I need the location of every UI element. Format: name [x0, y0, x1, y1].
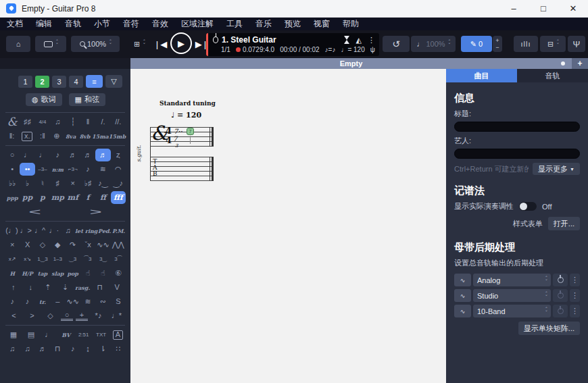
voice-3-button[interactable]: 3 [52, 76, 66, 88]
tempo-display[interactable]: ♩= 120 [341, 46, 364, 53]
natural-harmonic-icon[interactable]: ◇ [35, 238, 50, 251]
minimize-button[interactable]: – [499, 0, 529, 18]
let-ring-icon[interactable]: let ring [75, 224, 97, 237]
time-signature-icon[interactable]: 4/4 [35, 116, 50, 128]
menu-item[interactable]: 预览 [285, 18, 301, 30]
open-stylesheet-button[interactable]: 打开... [548, 217, 580, 230]
hammer-pull-icon[interactable]: H/P [20, 267, 34, 280]
tuplet-icon[interactable]: n:m [50, 163, 65, 176]
capo-stepper[interactable]: + − [493, 36, 502, 52]
slur-icon[interactable]: ‿♪ [111, 177, 126, 190]
home-button[interactable]: ⌂ [6, 36, 30, 52]
chord-table-icon[interactable]: ▤ [22, 328, 40, 341]
menu-item[interactable]: 帮助 [343, 18, 359, 30]
mastering-dropdown-analog[interactable]: Analog ˆˇ [473, 274, 551, 286]
beam-notes-icon[interactable]: ♫ [50, 116, 65, 128]
voice-4-button[interactable]: 4 [69, 76, 83, 88]
dotted-barline-icon[interactable]: ┆ [66, 116, 80, 128]
decrescendo-icon[interactable]: > [17, 205, 130, 218]
slide-from-below-icon[interactable]: ‿3 [66, 253, 80, 265]
dot-icon[interactable]: • [5, 163, 20, 176]
wide-vibrato-icon[interactable]: ⋀⋀ [111, 238, 126, 251]
downstroke-icon[interactable]: ⊓ [91, 281, 109, 294]
flat-icon[interactable]: ♭ [20, 177, 34, 190]
pinch-harmonic-icon[interactable]: ◆ [50, 238, 65, 251]
palm-mute-icon[interactable]: P.M. [112, 224, 126, 237]
dynamic-fff[interactable]: fff [111, 191, 126, 204]
score-area[interactable]: Standard tuning ♩ = 120 & 44 7·· 7 3 7 s… [130, 69, 446, 383]
fermata-icon[interactable]: ◠ [111, 163, 126, 176]
slap-icon[interactable]: slap [50, 267, 65, 280]
mastering-dropdown-studio[interactable]: Studio ˆˇ [473, 289, 551, 302]
tuner-button[interactable]: Ψ [568, 36, 585, 52]
arpeggio-icon[interactable]: ≋ [95, 163, 110, 176]
volume-swell-icon[interactable]: ◇ [41, 309, 59, 322]
whammy-dip-icon[interactable]: ˇx [80, 238, 95, 251]
slot-menu-kebab-icon[interactable]: ⋮ [570, 305, 580, 317]
title-input[interactable] [454, 122, 580, 132]
repeat-slash-icon[interactable]: /. [95, 116, 110, 128]
transpose-toggle[interactable] [519, 202, 537, 211]
power-button[interactable] [553, 289, 568, 302]
multivoice-button[interactable]: ≡ [86, 75, 103, 88]
view-mode-button[interactable]: ˆˇ [35, 36, 66, 52]
metronome-icon[interactable]: ◭ [356, 36, 362, 45]
ghost-note-icon[interactable]: (♩) [5, 224, 19, 237]
show-more-button[interactable]: 显示更多 ▼ [533, 163, 580, 175]
note-cursor[interactable]: 7 [187, 128, 194, 135]
tab-empty[interactable]: Empty [130, 58, 572, 69]
slide-to-above-icon[interactable]: 3⁀ [111, 253, 126, 265]
trill-wave-icon[interactable]: ∿∿ [66, 295, 80, 308]
left-hand-tap-icon[interactable]: ☝ [80, 267, 95, 280]
dynamic-ppp[interactable]: ppp [5, 191, 20, 204]
artist-input[interactable] [454, 149, 580, 159]
menu-item[interactable]: 小节 [94, 18, 110, 30]
play-button[interactable]: ▶ [170, 32, 192, 54]
menu-item[interactable]: 音效 [152, 18, 168, 30]
accidental-combo-icon[interactable]: ♭♯ [80, 177, 95, 190]
track-name[interactable]: 1. Steel Guitar [222, 35, 276, 45]
legato-slide-icon[interactable]: 1‿3 [35, 253, 50, 265]
beam-split-icon[interactable]: ♬ [35, 342, 50, 355]
beam-bracket-icon[interactable]: ⊓ [50, 342, 65, 355]
tied-notes-icon[interactable]: ♫ [61, 224, 75, 237]
menu-item[interactable]: 区域注解 [181, 18, 214, 30]
brush-up-icon[interactable]: ↑ [5, 281, 22, 294]
bend-icon[interactable]: ↷ [66, 238, 80, 251]
tuplet-bracket-icon[interactable]: ⌐3¬ [66, 163, 80, 176]
brush-down-icon[interactable]: ↓ [22, 281, 40, 294]
hammer-on-icon[interactable]: H [5, 267, 20, 280]
pick-scrape-icon[interactable]: + [76, 311, 88, 321]
page-layout-button[interactable]: ⊞ ˆˇ [124, 36, 154, 52]
beam-group-icon[interactable]: ♫ [20, 342, 34, 355]
track-menu-kebab-icon[interactable]: ⋮ [368, 36, 375, 45]
menu-item[interactable]: 工具 [226, 18, 243, 30]
tremolo-icon[interactable]: ≋ [80, 295, 95, 308]
sixtyfourth-note-icon[interactable]: ♬ [95, 149, 110, 161]
ottava-alta-icon[interactable]: 8va [64, 130, 78, 143]
slot-menu-kebab-icon[interactable]: ⋮ [570, 274, 580, 286]
double-flat-icon[interactable]: ♭♭ [5, 177, 20, 190]
double-barline-icon[interactable]: ‖ [80, 116, 95, 128]
triplet-icon[interactable]: –3– [35, 163, 50, 176]
close-repeat-icon[interactable]: :‖ [35, 130, 49, 143]
simile-mark-icon[interactable]: x. [22, 132, 33, 141]
staccato-icon[interactable]: ♩· [47, 224, 61, 237]
track-info-box[interactable]: 1. Steel Guitar ◭ ⋮ 1/1 0.0729:4.0 00:00… [206, 33, 379, 56]
power-button[interactable] [553, 305, 568, 317]
dynamic-mf[interactable]: mf [66, 191, 80, 204]
minus-icon[interactable]: − [495, 44, 499, 51]
dynamic-pp[interactable]: pp [20, 191, 34, 204]
previous-button[interactable]: |◀ [154, 36, 169, 52]
dynamic-p[interactable]: p [35, 191, 50, 204]
shift-slide-icon[interactable]: 1–3 [50, 253, 65, 265]
eighth-note-icon[interactable]: ♪ [50, 149, 65, 161]
fade-out-icon[interactable]: > [23, 309, 41, 322]
menu-item[interactable]: 音乐 [255, 18, 272, 30]
filter-button[interactable]: ▽ [105, 75, 122, 88]
dead-note-icon[interactable]: × [5, 238, 20, 251]
arpeggiate-down-icon[interactable]: ⇣ [57, 281, 74, 294]
stem-updown-icon[interactable]: ↨ [80, 342, 95, 355]
half-note-icon[interactable]: ♩ [20, 149, 34, 161]
plus-icon[interactable]: + [495, 37, 499, 44]
